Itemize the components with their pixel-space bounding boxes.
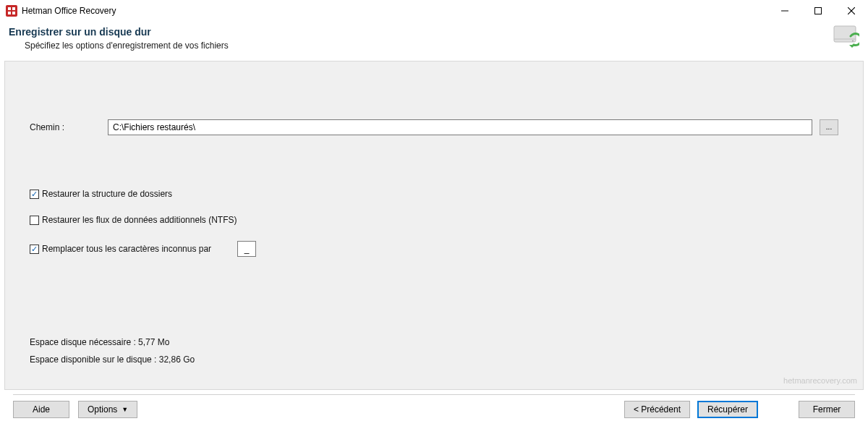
disk-info: Espace disque nécessaire : 5,77 Mo Espac…: [30, 337, 195, 372]
svg-rect-4: [12, 12, 15, 14]
page-subtitle: Spécifiez les options d'enregistrement d…: [25, 41, 859, 51]
window-controls: [768, 0, 868, 22]
recover-label: Récupérer: [707, 404, 748, 415]
check-icon: ✓: [31, 245, 38, 253]
wizard-header: Enregistrer sur un disque dur Spécifiez …: [0, 22, 868, 58]
replace-unknown-label: Remplacer tous les caractères inconnus p…: [42, 244, 211, 254]
previous-button[interactable]: < Précédent: [624, 401, 690, 418]
page-title: Enregistrer sur un disque dur: [9, 26, 859, 38]
close-button[interactable]: [835, 0, 868, 22]
previous-label: < Précédent: [634, 404, 681, 415]
close-label: Fermer: [813, 404, 841, 415]
path-label: Chemin :: [30, 122, 108, 132]
svg-rect-2: [12, 7, 15, 10]
disk-required: Espace disque nécessaire : 5,77 Mo: [30, 337, 195, 347]
options-label: Options: [88, 404, 117, 415]
svg-marker-12: [849, 45, 855, 48]
path-input[interactable]: [108, 119, 812, 135]
main-panel: Chemin : ... ✓ Restaurer la structure de…: [4, 61, 864, 390]
restore-ntfs-row: Restaurer les flux de données additionne…: [30, 215, 838, 225]
wizard-footer: Aide Options ▼ < Précédent Récupérer Fer…: [0, 390, 868, 429]
browse-label: ...: [826, 124, 832, 131]
disk-available: Espace disponible sur le disque : 32,86 …: [30, 354, 195, 365]
app-icon: [6, 5, 17, 17]
browse-button[interactable]: ...: [820, 119, 838, 135]
options-button[interactable]: Options ▼: [78, 401, 137, 418]
restore-ntfs-label: Restaurer les flux de données additionne…: [42, 215, 237, 225]
titlebar: Hetman Office Recovery: [0, 0, 868, 22]
svg-point-11: [852, 41, 854, 42]
check-icon: ✓: [31, 190, 38, 198]
path-row: Chemin : ...: [30, 119, 838, 135]
replace-unknown-row: ✓ Remplacer tous les caractères inconnus…: [30, 241, 838, 257]
app-title: Hetman Office Recovery: [22, 6, 116, 16]
svg-rect-6: [815, 8, 822, 14]
replace-char-input[interactable]: [237, 241, 256, 257]
maximize-button[interactable]: [801, 0, 835, 22]
hard-disk-icon: [833, 23, 859, 48]
restore-structure-label: Restaurer la structure de dossiers: [42, 189, 172, 199]
help-button[interactable]: Aide: [13, 401, 69, 418]
restore-structure-row: ✓ Restaurer la structure de dossiers: [30, 189, 838, 199]
watermark: hetmanrecovery.com: [783, 376, 857, 385]
recover-button[interactable]: Récupérer: [697, 401, 758, 418]
close-dialog-button[interactable]: Fermer: [799, 401, 855, 418]
replace-unknown-checkbox[interactable]: ✓: [30, 245, 39, 254]
svg-rect-3: [8, 12, 11, 14]
chevron-down-icon: ▼: [122, 406, 128, 413]
minimize-button[interactable]: [768, 0, 801, 22]
restore-ntfs-checkbox[interactable]: [30, 216, 39, 225]
svg-rect-0: [6, 5, 17, 17]
restore-structure-checkbox[interactable]: ✓: [30, 190, 39, 199]
svg-rect-1: [8, 7, 11, 10]
help-label: Aide: [33, 404, 50, 415]
